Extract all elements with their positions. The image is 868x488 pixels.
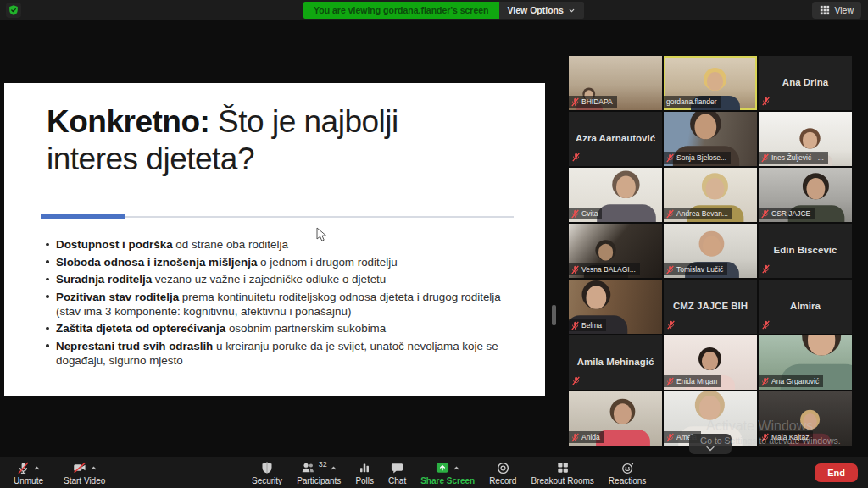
participant-tile[interactable]: Ana Grganović [759, 336, 852, 390]
unmute-label: Unmute [14, 476, 43, 485]
participant-name: CMZ JAJCE BIH [664, 301, 757, 311]
muted-mic-icon [761, 377, 769, 386]
shield-check-icon [8, 4, 19, 16]
participant-name: CSR JAJCE [771, 208, 810, 219]
participant-tile[interactable]: Anida [569, 391, 662, 446]
muted-mic-icon [571, 433, 579, 442]
participant-name-label: Sonja Bjelose... [664, 152, 731, 164]
chevron-up-icon[interactable] [90, 464, 97, 472]
participants-count: 32 [319, 460, 327, 469]
share-screen-button[interactable]: Share Screen [420, 460, 475, 485]
participant-tile[interactable]: Tomislav Lučić [664, 224, 757, 278]
people-icon [301, 461, 315, 474]
slide-bullet: Pozitivan stav roditelja prema kontinuit… [43, 290, 523, 319]
muted-mic-icon [762, 264, 770, 274]
participant-name-label: BHIDAPA [569, 96, 617, 108]
participant-name: Ana Grganović [771, 376, 819, 386]
participant-name: Cvita [581, 208, 598, 219]
end-meeting-button[interactable]: End [815, 463, 858, 482]
participant-name-label: Belma [569, 319, 606, 331]
breakout-rooms-button[interactable]: Breakout Rooms [531, 460, 593, 485]
chevron-up-icon[interactable] [33, 464, 41, 472]
muted-mic-icon [667, 320, 675, 330]
participant-tile[interactable]: Belma [569, 280, 662, 334]
participant-name-label: Tomislav Lučić [664, 263, 727, 275]
slide-bullet: Suradnja roditelja vezano uz važne i zaj… [43, 272, 523, 286]
participant-name-label: Andrea Bevan... [664, 208, 732, 219]
chevron-down-icon [705, 446, 715, 452]
participant-name-label: Enida Mrgan [664, 375, 721, 387]
participant-tile[interactable]: Enida Mrgan [664, 336, 757, 390]
start-video-button[interactable]: Start Video [64, 460, 105, 485]
view-button[interactable]: View [812, 2, 861, 19]
participant-video-silhouette [594, 171, 659, 222]
muted-mic-icon [762, 97, 770, 106]
participant-name: Tomislav Lučić [676, 264, 723, 274]
muted-mic-icon [761, 209, 769, 219]
participant-name: Enida Mrgan [676, 376, 717, 386]
participant-name-label: CSR JAJCE [759, 208, 815, 219]
muted-mic-icon [571, 209, 579, 219]
chevron-up-icon[interactable] [453, 464, 460, 472]
muted-mic-icon [571, 265, 579, 274]
view-options-button[interactable]: View Options [499, 2, 584, 19]
participant-name: Belma [581, 320, 602, 330]
record-label: Record [489, 476, 516, 485]
participant-tile[interactable]: Azra Aarnautović [569, 112, 662, 166]
share-screen-label: Share Screen [420, 476, 475, 485]
screen-share-banner-row: You are viewing gordana.flander's screen… [303, 2, 584, 19]
presentation-slide: Konkretno: Što je najbolji interes djete… [4, 83, 545, 396]
chevron-up-icon[interactable] [330, 464, 337, 472]
slide-title: Konkretno: Što je najbolji interes djete… [47, 103, 492, 179]
muted-mic-icon [571, 321, 579, 330]
slide-bullet-list: Dostupnost i podrška od strane oba rodit… [43, 237, 523, 370]
zoom-meeting-window: { "colors":{"banner_green":"#10a710","sh… [0, 0, 868, 488]
top-bar: You are viewing gordana.flander's screen… [0, 0, 868, 20]
participant-name-label: Cvita [569, 208, 602, 219]
mic-off-icon [16, 461, 31, 475]
polls-icon [358, 461, 371, 474]
participant-tile[interactable]: Ines Žuljević - ... [759, 112, 852, 166]
participant-tile[interactable]: CSR JAJCE [759, 168, 852, 222]
participant-name: Amila Mehinagić [569, 357, 662, 367]
start-video-label: Start Video [64, 476, 105, 485]
slide-bullet: Sloboda odnosa i iznošenja mišljenja o j… [43, 255, 523, 269]
participant-tile[interactable]: BHIDAPA [569, 56, 662, 110]
security-button[interactable]: Security [252, 460, 282, 485]
breakout-rooms-label: Breakout Rooms [531, 476, 593, 485]
participant-name: Azra Aarnautović [569, 133, 662, 143]
participant-tile[interactable]: Vesna BALAGI... [569, 224, 662, 278]
record-button[interactable]: Record [489, 460, 516, 485]
participant-tile[interactable]: Almira [759, 280, 852, 334]
participant-tile[interactable]: Amila Mehinagić [569, 336, 662, 390]
meeting-info-shield-icon[interactable] [6, 3, 21, 18]
participant-name: Sonja Bjelose... [676, 152, 726, 163]
participant-tile[interactable]: Andrea Bevan... [664, 168, 757, 222]
participant-tile[interactable]: Sonja Bjelose... [664, 112, 757, 166]
video-off-icon [72, 461, 87, 474]
muted-mic-icon [762, 320, 770, 330]
reactions-button[interactable]: Reactions [609, 460, 646, 485]
slide-bullet: Neprestani trud svih odraslih u kreiranj… [43, 339, 523, 368]
grid-view-icon [820, 5, 830, 15]
participant-tile[interactable]: Cvita [569, 168, 662, 222]
polls-button[interactable]: Polls [355, 460, 374, 485]
participant-tile[interactable]: Ana Drina [759, 56, 852, 110]
viewing-screen-banner: You are viewing gordana.flander's screen [303, 2, 499, 19]
polls-label: Polls [355, 476, 374, 485]
slide-scrollbar[interactable] [552, 305, 556, 325]
mouse-cursor [316, 227, 327, 243]
activate-windows-watermark: Activate Windows [706, 419, 813, 434]
participant-name: Almira [759, 301, 852, 311]
chat-button[interactable]: Chat [388, 460, 406, 485]
toolbar-left-group: UnmuteStart Video [14, 460, 105, 485]
participant-name-label: Anida [569, 431, 604, 443]
participant-tile[interactable]: Edin Biscevic [759, 224, 852, 278]
participant-tile[interactable]: gordana.flander [664, 56, 757, 110]
participants-button[interactable]: 32Participants [297, 460, 341, 485]
unmute-button[interactable]: Unmute [14, 460, 43, 485]
muted-mic-icon [666, 209, 674, 219]
participant-tile[interactable]: CMZ JAJCE BIH [664, 280, 757, 334]
muted-mic-icon [666, 153, 674, 163]
chat-icon [390, 461, 404, 474]
